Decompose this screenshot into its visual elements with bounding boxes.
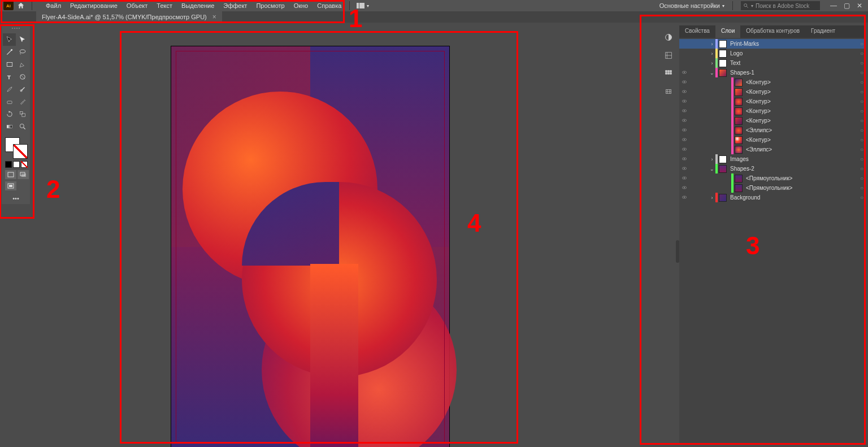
layer-row[interactable]: ›Text○ (679, 58, 866, 68)
visibility-toggle[interactable] (679, 108, 689, 115)
visibility-toggle[interactable] (679, 166, 689, 172)
tab-pathfinder[interactable]: Обработка контуров (740, 25, 805, 38)
workspace-dropdown[interactable]: Основные настройки ▾ (659, 2, 724, 9)
target-icon[interactable]: ○ (858, 50, 866, 57)
expand-toggle[interactable]: › (709, 41, 715, 47)
stroke-swatch[interactable] (13, 144, 28, 159)
libraries-panel-icon[interactable] (663, 50, 674, 60)
rectangle-tool[interactable] (3, 58, 16, 71)
layer-row[interactable]: <Контур>○ (679, 97, 866, 106)
workspace-switcher-icon[interactable]: ▾ (357, 3, 369, 8)
target-icon[interactable]: ○ (858, 60, 866, 66)
menu-file[interactable]: Файл (41, 1, 66, 11)
minimize-button[interactable]: — (830, 2, 837, 10)
tab-properties[interactable]: Свойства (679, 25, 715, 38)
layer-row[interactable]: <Контур>○ (679, 77, 866, 87)
gradient-tool[interactable] (3, 120, 16, 133)
stock-search-input[interactable]: ▾ Поиск в Adobe Stock (741, 1, 820, 10)
visibility-toggle[interactable] (679, 79, 689, 86)
layer-row[interactable]: <Контур>○ (679, 106, 866, 116)
visibility-toggle[interactable] (679, 175, 689, 182)
paintbrush-tool[interactable] (3, 83, 16, 96)
fill-stroke-swatches[interactable] (3, 136, 29, 157)
tab-gradient[interactable]: Градиент (805, 25, 841, 38)
type-tool[interactable]: T (3, 71, 16, 83)
expand-toggle[interactable]: ⌄ (709, 166, 715, 172)
tab-layers[interactable]: Слои (715, 25, 740, 38)
screen-mode-button[interactable] (5, 181, 16, 190)
target-icon[interactable]: ○ (858, 166, 866, 172)
menu-effect[interactable]: Эффект (219, 1, 251, 11)
target-icon[interactable]: ○ (858, 185, 866, 191)
layer-row[interactable]: <Контур>○ (679, 87, 866, 97)
color-mode-none[interactable] (21, 161, 28, 168)
layer-row[interactable]: ›Background○ (679, 193, 866, 202)
draw-normal-button[interactable] (5, 170, 16, 179)
target-icon[interactable]: ○ (858, 108, 866, 114)
document-tab[interactable]: Flyer-A4-SideA.ai* @ 51,57% (CMYK/Предпр… (36, 11, 222, 23)
close-button[interactable]: ✕ (857, 2, 862, 10)
maximize-button[interactable]: ▢ (844, 2, 850, 10)
target-icon[interactable]: ○ (858, 137, 866, 143)
layer-row[interactable]: ⌄Shapes-1○ (679, 68, 866, 77)
artboard[interactable] (171, 46, 449, 447)
visibility-toggle[interactable] (679, 70, 689, 76)
zoom-tool[interactable] (16, 120, 29, 133)
target-icon[interactable]: ○ (858, 98, 866, 105)
visibility-toggle[interactable] (679, 194, 689, 201)
layer-row[interactable]: <Эллипс>○ (679, 125, 866, 135)
visibility-toggle[interactable] (679, 127, 689, 134)
target-icon[interactable]: ○ (858, 41, 866, 47)
visibility-toggle[interactable] (679, 118, 689, 124)
magic-wand-tool[interactable] (3, 46, 16, 58)
panel-resize-handle[interactable] (676, 240, 679, 263)
home-icon[interactable] (17, 2, 25, 10)
visibility-toggle[interactable] (679, 146, 689, 153)
expand-toggle[interactable]: ⌄ (709, 70, 715, 76)
transform-panel-icon[interactable] (663, 86, 674, 97)
layer-row[interactable]: ›Print-Marks○ (679, 39, 866, 49)
menu-window[interactable]: Окно (289, 1, 313, 11)
color-panel-icon[interactable] (663, 32, 674, 42)
visibility-toggle[interactable] (679, 98, 689, 105)
visibility-toggle[interactable] (679, 156, 689, 163)
expand-toggle[interactable]: › (709, 60, 715, 66)
expand-toggle[interactable]: › (709, 195, 715, 201)
direct-selection-tool[interactable] (16, 33, 29, 46)
expand-toggle[interactable]: › (709, 51, 715, 57)
edit-toolbar-button[interactable]: ••• (3, 195, 29, 202)
menu-view[interactable]: Просмотр (251, 1, 289, 11)
layer-row[interactable]: ›Logo○ (679, 49, 866, 58)
target-icon[interactable]: ○ (858, 70, 866, 76)
visibility-toggle[interactable] (679, 137, 689, 144)
rotate-tool[interactable] (3, 108, 16, 120)
eraser-tool[interactable] (3, 96, 16, 108)
layer-row[interactable]: <Прямоугольник>○ (679, 173, 866, 183)
draw-behind-button[interactable] (18, 170, 29, 179)
layer-row[interactable]: ›Images○ (679, 154, 866, 164)
color-mode-solid[interactable] (5, 161, 12, 168)
menu-select[interactable]: Выделение (177, 1, 219, 11)
layer-row[interactable]: <Контур>○ (679, 116, 866, 125)
target-icon[interactable]: ○ (858, 79, 866, 85)
layer-row[interactable]: <Прямоугольник>○ (679, 183, 866, 193)
target-icon[interactable]: ○ (858, 89, 866, 95)
target-icon[interactable]: ○ (858, 194, 866, 201)
target-icon[interactable]: ○ (858, 146, 866, 153)
menu-text[interactable]: Текст (152, 1, 177, 11)
menu-help[interactable]: Справка (313, 1, 346, 11)
close-tab-icon[interactable]: × (212, 13, 216, 21)
selection-tool[interactable] (3, 33, 16, 46)
ellipse-tool[interactable] (16, 71, 29, 83)
target-icon[interactable]: ○ (858, 156, 866, 162)
shaper-tool[interactable] (16, 83, 29, 96)
layer-row[interactable]: <Контур>○ (679, 135, 866, 145)
visibility-toggle[interactable] (679, 89, 689, 96)
layer-row[interactable]: <Эллипс>○ (679, 145, 866, 154)
scale-tool[interactable] (16, 108, 29, 120)
expand-toggle[interactable]: › (709, 157, 715, 162)
visibility-toggle[interactable] (679, 185, 689, 192)
align-panel-icon[interactable] (663, 68, 674, 79)
eyedropper-tool[interactable] (16, 96, 29, 108)
color-mode-gradient[interactable] (13, 161, 20, 168)
